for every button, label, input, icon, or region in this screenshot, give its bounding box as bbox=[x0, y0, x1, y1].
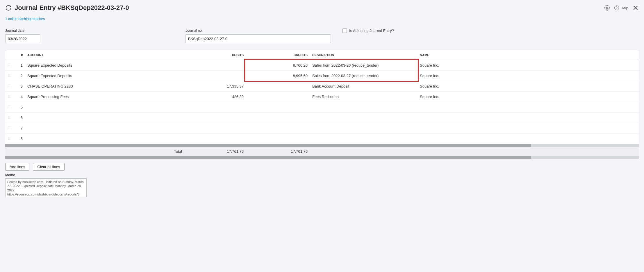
cell-num: 3 bbox=[13, 81, 25, 92]
drag-handle-icon[interactable]: ⠿ bbox=[8, 105, 11, 109]
col-account: ACCOUNT bbox=[25, 50, 182, 60]
totals-label: Total bbox=[5, 149, 182, 154]
cell-account[interactable]: Square Expected Deposits bbox=[25, 71, 182, 81]
table-row[interactable]: ⠿8 bbox=[5, 134, 639, 144]
cell-name[interactable] bbox=[418, 102, 639, 113]
totals-debits: 17,761.76 bbox=[182, 149, 246, 154]
cell-name[interactable]: Square Inc. bbox=[418, 71, 639, 81]
table-row[interactable]: ⠿7 bbox=[5, 123, 639, 134]
cell-credits[interactable]: 8,995.50 bbox=[246, 71, 310, 81]
close-icon[interactable] bbox=[632, 5, 639, 11]
table-row[interactable]: ⠿1Square Expected Deposits8,766.26Sales … bbox=[5, 60, 639, 71]
gear-icon[interactable] bbox=[604, 5, 610, 11]
drag-handle-icon[interactable]: ⠿ bbox=[8, 63, 11, 67]
cell-num: 2 bbox=[13, 71, 25, 81]
h-scroll-upper[interactable] bbox=[5, 144, 639, 147]
online-banking-matches-link[interactable]: 1 online banking matches bbox=[5, 17, 45, 21]
journal-date-label: Journal date bbox=[5, 29, 40, 33]
cell-num: 4 bbox=[13, 92, 25, 102]
adjusting-checkbox[interactable] bbox=[342, 29, 347, 33]
memo-textarea[interactable] bbox=[5, 178, 87, 197]
cell-account[interactable]: CHASE OPERATING 2280 bbox=[25, 81, 182, 92]
cell-description[interactable] bbox=[310, 113, 418, 123]
journal-lines-table: # ACCOUNT DEBITS CREDITS DESCRIPTION NAM… bbox=[5, 50, 639, 144]
cell-name[interactable] bbox=[418, 134, 639, 144]
cell-account[interactable] bbox=[25, 123, 182, 134]
col-debits: DEBITS bbox=[182, 50, 246, 60]
cell-name[interactable]: Square Inc. bbox=[418, 81, 639, 92]
cell-description[interactable]: Bank Account Deposit bbox=[310, 81, 418, 92]
cell-description[interactable] bbox=[310, 102, 418, 113]
table-row[interactable]: ⠿4Square Processing Fees426.39Fees Reduc… bbox=[5, 92, 639, 102]
cell-num: 8 bbox=[13, 134, 25, 144]
drag-handle-icon[interactable]: ⠿ bbox=[8, 84, 11, 88]
table-row[interactable]: ⠿3CHASE OPERATING 228017,335.37Bank Acco… bbox=[5, 81, 639, 92]
cell-credits[interactable]: 8,766.26 bbox=[246, 60, 310, 71]
col-description: DESCRIPTION bbox=[310, 50, 418, 60]
cell-account[interactable]: Square Processing Fees bbox=[25, 92, 182, 102]
drag-handle-icon[interactable]: ⠿ bbox=[8, 116, 11, 120]
cell-num: 5 bbox=[13, 102, 25, 113]
cell-num: 7 bbox=[13, 123, 25, 134]
cell-credits[interactable] bbox=[246, 134, 310, 144]
cell-name[interactable]: Square Inc. bbox=[418, 60, 639, 71]
col-num: # bbox=[13, 50, 25, 60]
drag-handle-icon[interactable]: ⠿ bbox=[8, 74, 11, 78]
clear-lines-button[interactable]: Clear all lines bbox=[33, 163, 64, 171]
journal-no-input[interactable] bbox=[185, 34, 331, 43]
table-row[interactable]: ⠿2Square Expected Deposits8,995.50Sales … bbox=[5, 71, 639, 81]
cell-account[interactable] bbox=[25, 113, 182, 123]
cell-credits[interactable] bbox=[246, 102, 310, 113]
cell-description[interactable] bbox=[310, 123, 418, 134]
h-scroll-lower[interactable] bbox=[5, 156, 639, 159]
col-name-header: NAME bbox=[418, 50, 639, 60]
help-button[interactable]: Help bbox=[614, 5, 628, 10]
cell-name[interactable] bbox=[418, 123, 639, 134]
cell-account[interactable] bbox=[25, 134, 182, 144]
refresh-icon[interactable] bbox=[5, 5, 12, 11]
svg-point-2 bbox=[617, 9, 617, 9]
adjusting-label: Is Adjusting Journal Entry? bbox=[349, 29, 394, 33]
journal-no-label: Journal no. bbox=[185, 29, 331, 33]
cell-description[interactable]: Sales from 2022-03-27 (reduce_tender) bbox=[310, 71, 418, 81]
cell-credits[interactable] bbox=[246, 81, 310, 92]
drag-handle-icon[interactable]: ⠿ bbox=[8, 126, 11, 130]
cell-debits[interactable]: 426.39 bbox=[182, 92, 246, 102]
cell-description[interactable]: Sales from 2022-03-26 (reduce_tender) bbox=[310, 60, 418, 71]
cell-credits[interactable] bbox=[246, 113, 310, 123]
table-row[interactable]: ⠿5 bbox=[5, 102, 639, 113]
cell-name[interactable] bbox=[418, 113, 639, 123]
cell-debits[interactable] bbox=[182, 113, 246, 123]
cell-name[interactable]: Square Inc. bbox=[418, 92, 639, 102]
help-icon bbox=[614, 5, 619, 10]
cell-debits[interactable] bbox=[182, 123, 246, 134]
journal-date-input[interactable] bbox=[5, 34, 40, 43]
drag-handle-icon[interactable]: ⠿ bbox=[8, 95, 11, 99]
table-row[interactable]: ⠿6 bbox=[5, 113, 639, 123]
page-title: Journal Entry #BKSqDep2022-03-27-0 bbox=[15, 4, 129, 12]
cell-num: 6 bbox=[13, 113, 25, 123]
cell-credits[interactable] bbox=[246, 123, 310, 134]
cell-debits[interactable] bbox=[182, 71, 246, 81]
memo-label: Memo bbox=[5, 173, 639, 177]
col-credits: CREDITS bbox=[246, 50, 310, 60]
cell-credits[interactable] bbox=[246, 92, 310, 102]
drag-handle-icon[interactable]: ⠿ bbox=[8, 137, 11, 141]
cell-account[interactable] bbox=[25, 102, 182, 113]
cell-num: 1 bbox=[13, 60, 25, 71]
cell-description[interactable] bbox=[310, 134, 418, 144]
cell-account[interactable]: Square Expected Deposits bbox=[25, 60, 182, 71]
cell-debits[interactable] bbox=[182, 134, 246, 144]
cell-debits[interactable] bbox=[182, 60, 246, 71]
help-label: Help bbox=[620, 6, 628, 10]
cell-debits[interactable] bbox=[182, 102, 246, 113]
cell-debits[interactable]: 17,335.37 bbox=[182, 81, 246, 92]
cell-description[interactable]: Fees Reduction bbox=[310, 92, 418, 102]
add-lines-button[interactable]: Add lines bbox=[5, 163, 29, 171]
svg-point-0 bbox=[606, 7, 608, 9]
totals-credits: 17,761.76 bbox=[246, 149, 310, 154]
